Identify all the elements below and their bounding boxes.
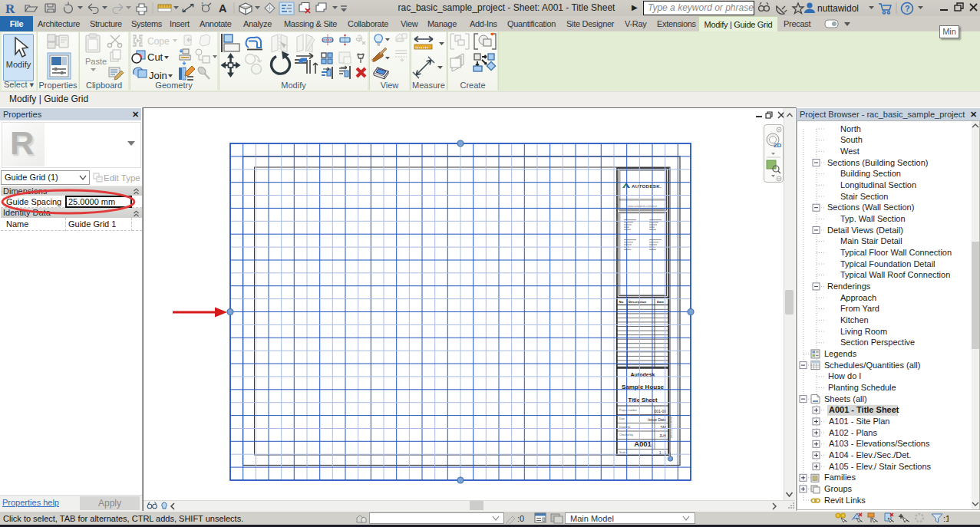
- svg-text:Planting Schedule: Planting Schedule: [828, 383, 896, 392]
- svg-text:Families: Families: [824, 473, 856, 482]
- svg-text:Scale: Scale: [619, 451, 626, 454]
- svg-text:West: West: [840, 147, 860, 156]
- svg-text:Issue Date: Issue Date: [648, 417, 666, 422]
- svg-text:Sheets (all): Sheets (all): [824, 394, 867, 403]
- svg-text:Description: Description: [629, 300, 646, 304]
- svg-text:Cut: Cut: [147, 51, 163, 63]
- svg-text:Typ. Wall Section: Typ. Wall Section: [840, 214, 906, 223]
- svg-text:Living Room: Living Room: [840, 327, 887, 336]
- svg-text:AUTODESK.: AUTODESK.: [632, 183, 662, 189]
- svg-text:Cope: Cope: [147, 36, 170, 47]
- svg-text:?: ?: [905, 4, 910, 13]
- svg-text:Groups: Groups: [824, 484, 853, 493]
- svg-text:www.autodesk.com/revit: www.autodesk.com/revit: [628, 205, 658, 208]
- svg-text:A101 - Site Plan: A101 - Site Plan: [829, 417, 890, 426]
- svg-text:Typical Foundation Detail: Typical Foundation Detail: [840, 259, 935, 268]
- svg-text:Sample House: Sample House: [622, 384, 665, 390]
- svg-text:Building Section: Building Section: [840, 169, 901, 178]
- svg-text::1: :1: [943, 514, 949, 523]
- svg-text:Approach: Approach: [840, 293, 876, 302]
- svg-text:A104 - Elev./Sec./Det.: A104 - Elev./Sec./Det.: [829, 450, 911, 459]
- svg-text:Kitchen: Kitchen: [840, 315, 869, 324]
- svg-text:Typical Wall Roof Connection: Typical Wall Roof Connection: [840, 270, 950, 279]
- svg-text:Date: Date: [619, 417, 625, 420]
- svg-text:Stair Section: Stair Section: [840, 192, 888, 201]
- svg-text:Join: Join: [149, 70, 167, 81]
- svg-text:Typical Floor Wall Connection: Typical Floor Wall Connection: [840, 248, 952, 257]
- svg-text:Section Perspective: Section Perspective: [840, 338, 915, 347]
- svg-text:Schedules/Quantities (all): Schedules/Quantities (all): [824, 361, 920, 370]
- svg-text:Renderings: Renderings: [827, 282, 871, 291]
- svg-text:1: 1: [201, 2, 204, 7]
- svg-text:A105 - Elev./ Stair Sections: A105 - Elev./ Stair Sections: [829, 462, 932, 471]
- svg-text:nuttawidol: nuttawidol: [817, 3, 859, 14]
- svg-text:Legends: Legends: [824, 349, 857, 358]
- svg-text:R: R: [5, 2, 15, 16]
- svg-text:Sections (Building Section): Sections (Building Section): [827, 158, 928, 167]
- svg-text:North: North: [840, 124, 861, 133]
- svg-text:Main Stair Detail: Main Stair Detail: [840, 236, 902, 245]
- svg-text:A001 - Title Sheet: A001 - Title Sheet: [829, 405, 899, 414]
- svg-text:Checked by: Checked by: [619, 433, 633, 436]
- svg-text:8/8/2018 2:03:38 PM: 8/8/2018 2:03:38 PM: [670, 417, 673, 438]
- svg-text:001-00: 001-00: [654, 409, 666, 413]
- svg-text:Sections (Wall Section): Sections (Wall Section): [827, 203, 914, 212]
- svg-text:Paste: Paste: [85, 57, 107, 66]
- svg-text:2D: 2D: [774, 142, 781, 149]
- svg-text:Revit Links: Revit Links: [824, 496, 866, 505]
- svg-text:A001: A001: [634, 440, 652, 448]
- svg-text:Longitudinal Section: Longitudinal Section: [840, 180, 916, 189]
- svg-text:A102 - Plans: A102 - Plans: [829, 428, 877, 437]
- svg-text:Project number: Project number: [619, 409, 638, 412]
- svg-text:Date: Date: [657, 300, 665, 304]
- svg-text:How do I: How do I: [828, 371, 861, 380]
- svg-text:From Yard: From Yard: [840, 304, 879, 313]
- svg-text:A: A: [219, 2, 227, 15]
- svg-text:A103 - Elevations/Sections: A103 - Elevations/Sections: [829, 439, 930, 448]
- svg-text:Drawn by: Drawn by: [619, 426, 631, 429]
- svg-text:Detail Views (Detail): Detail Views (Detail): [827, 226, 903, 235]
- svg-text:No.: No.: [619, 300, 625, 304]
- svg-text:South: South: [840, 135, 863, 144]
